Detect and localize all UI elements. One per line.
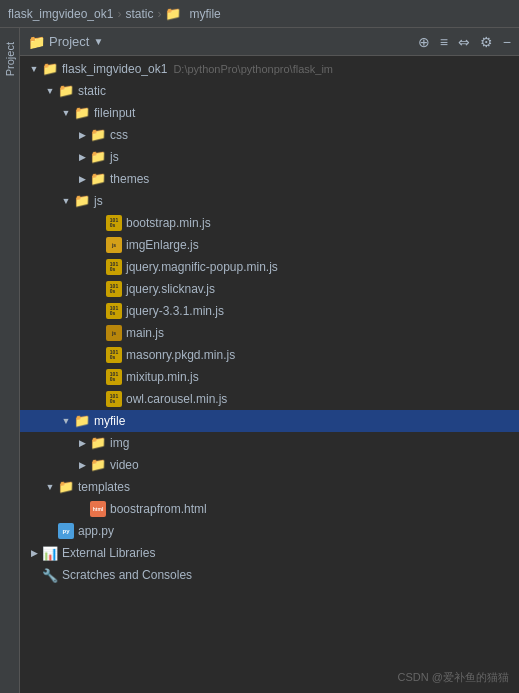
- tree-item-scratches[interactable]: 🔧 Scratches and Consoles: [20, 564, 519, 586]
- tree-item-myfile[interactable]: 📁 myfile: [20, 410, 519, 432]
- label-css: css: [110, 128, 128, 142]
- panel-header-icons: ⊕ ≡ ⇔ ⚙ −: [418, 34, 511, 50]
- tree-item-flask-root[interactable]: 📁 flask_imgvideo_ok1 D:\pythonPro\python…: [20, 58, 519, 80]
- arrow-themes: [76, 173, 88, 185]
- label-masonry: masonry.pkgd.min.js: [126, 348, 235, 362]
- watermark: CSDN @爱补鱼的猫猫: [398, 670, 509, 685]
- watermark-text: CSDN @爱补鱼的猫猫: [398, 671, 509, 683]
- scratches-icon: 🔧: [42, 568, 58, 583]
- arrow-video: [76, 459, 88, 471]
- panel-chevron[interactable]: ▼: [93, 36, 103, 47]
- tree-item-templates[interactable]: 📁 templates: [20, 476, 519, 498]
- arrow-css: [76, 129, 88, 141]
- breadcrumb-static[interactable]: static: [125, 7, 153, 21]
- label-scratches: Scratches and Consoles: [62, 568, 192, 582]
- label-imgenlarge: imgEnlarge.js: [126, 238, 199, 252]
- tree-item-masonry[interactable]: 1010s masonry.pkgd.min.js: [20, 344, 519, 366]
- folder-icon-js-sub: 📁: [90, 149, 106, 165]
- label-main-js: main.js: [126, 326, 164, 340]
- tree-item-video[interactable]: 📁 video: [20, 454, 519, 476]
- label-js-main: js: [94, 194, 103, 208]
- tree-item-owl-carousel[interactable]: 1010s owl.carousel.min.js: [20, 388, 519, 410]
- project-side-label[interactable]: Project: [2, 36, 18, 82]
- label-bootstrap-min: bootstrap.min.js: [126, 216, 211, 230]
- label-fileinput: fileinput: [94, 106, 135, 120]
- main-layout: Project 📁 Project ▼ ⊕ ≡ ⇔ ⚙ − 📁: [0, 28, 519, 693]
- js-icon-bootstrap-min: 1010s: [106, 215, 122, 231]
- tree-item-js-main[interactable]: 📁 js: [20, 190, 519, 212]
- tree-item-jquery-magnific[interactable]: 1010s jquery.magnific-popup.min.js: [20, 256, 519, 278]
- panel-header: 📁 Project ▼ ⊕ ≡ ⇔ ⚙ −: [20, 28, 519, 56]
- label-static: static: [78, 84, 106, 98]
- breadcrumb-sep2: ›: [157, 7, 161, 21]
- js-icon-jquery-magnific: 1010s: [106, 259, 122, 275]
- label-jquery-slicknav: jquery.slicknav.js: [126, 282, 215, 296]
- tree-item-js-sub[interactable]: 📁 js: [20, 146, 519, 168]
- js-icon-owl-carousel: 1010s: [106, 391, 122, 407]
- label-jquery-magnific: jquery.magnific-popup.min.js: [126, 260, 278, 274]
- tree-item-themes[interactable]: 📁 themes: [20, 168, 519, 190]
- arrow-img: [76, 437, 88, 449]
- expand-icon[interactable]: ⇔: [458, 34, 470, 50]
- tree-item-ext-lib[interactable]: 📊 External Libraries: [20, 542, 519, 564]
- folder-icon-js-main: 📁: [74, 193, 90, 209]
- folder-icon-video: 📁: [90, 457, 106, 473]
- arrow-js-main: [60, 195, 72, 207]
- tree-item-boostrapfrom[interactable]: html boostrapfrom.html: [20, 498, 519, 520]
- tree-item-img[interactable]: 📁 img: [20, 432, 519, 454]
- tree-item-static[interactable]: 📁 static: [20, 80, 519, 102]
- tree-item-mixitup[interactable]: 1010s mixitup.min.js: [20, 366, 519, 388]
- tree-item-css[interactable]: 📁 css: [20, 124, 519, 146]
- js-icon-main-js: js: [106, 325, 122, 341]
- html-icon-boostrapfrom: html: [90, 501, 106, 517]
- tree-item-fileinput[interactable]: 📁 fileinput: [20, 102, 519, 124]
- arrow-flask-root: [28, 63, 40, 75]
- breadcrumb-folder-icon: 📁: [165, 6, 181, 22]
- folder-icon-fileinput: 📁: [74, 105, 90, 121]
- folder-icon-templates: 📁: [58, 479, 74, 495]
- folder-icon-flask-root: 📁: [42, 61, 58, 77]
- tree-item-main-js[interactable]: js main.js: [20, 322, 519, 344]
- settings-icon[interactable]: ⚙: [480, 34, 493, 50]
- panel-title: Project: [49, 34, 89, 49]
- tree-item-jquery-slicknav[interactable]: 1010s jquery.slicknav.js: [20, 278, 519, 300]
- folder-icon-img: 📁: [90, 435, 106, 451]
- project-panel: 📁 Project ▼ ⊕ ≡ ⇔ ⚙ − 📁 flask_imgvideo_o…: [20, 28, 519, 693]
- label-mixitup: mixitup.min.js: [126, 370, 199, 384]
- side-tab: Project: [0, 28, 20, 693]
- arrow-ext-lib: [28, 547, 40, 559]
- label-flask-root: flask_imgvideo_ok1: [62, 62, 167, 76]
- label-js-sub: js: [110, 150, 119, 164]
- minimize-icon[interactable]: −: [503, 34, 511, 50]
- arrow-myfile: [60, 415, 72, 427]
- js-icon-jquery-331: 1010s: [106, 303, 122, 319]
- tree-item-imgenlarge[interactable]: js imgEnlarge.js: [20, 234, 519, 256]
- folder-icon-css: 📁: [90, 127, 106, 143]
- file-tree: 📁 flask_imgvideo_ok1 D:\pythonPro\python…: [20, 56, 519, 588]
- label-myfile: myfile: [94, 414, 125, 428]
- label-boostrapfrom: boostrapfrom.html: [110, 502, 207, 516]
- label-video: video: [110, 458, 139, 472]
- panel-header-left: 📁 Project ▼: [28, 34, 103, 50]
- arrow-js-sub: [76, 151, 88, 163]
- ext-lib-icon: 📊: [42, 546, 58, 561]
- tree-item-bootstrap-min[interactable]: 1010s bootstrap.min.js: [20, 212, 519, 234]
- label-jquery-331: jquery-3.3.1.min.js: [126, 304, 224, 318]
- label-img: img: [110, 436, 129, 450]
- locate-icon[interactable]: ⊕: [418, 34, 430, 50]
- arrow-static: [44, 85, 56, 97]
- breadcrumb-project[interactable]: flask_imgvideo_ok1: [8, 7, 113, 21]
- js-icon-jquery-slicknav: 1010s: [106, 281, 122, 297]
- breadcrumb-bar: flask_imgvideo_ok1 › static › 📁 myfile: [0, 0, 519, 28]
- label-ext-lib: External Libraries: [62, 546, 155, 560]
- panel-folder-icon: 📁: [28, 34, 45, 50]
- breadcrumb-myfile[interactable]: myfile: [189, 7, 220, 21]
- tree-item-app-py[interactable]: py app.py: [20, 520, 519, 542]
- tree-item-jquery-331[interactable]: 1010s jquery-3.3.1.min.js: [20, 300, 519, 322]
- label-owl-carousel: owl.carousel.min.js: [126, 392, 227, 406]
- scroll-icon[interactable]: ≡: [440, 34, 448, 50]
- label-templates: templates: [78, 480, 130, 494]
- breadcrumb-sep1: ›: [117, 7, 121, 21]
- folder-icon-myfile: 📁: [74, 413, 90, 429]
- js-icon-mixitup: 1010s: [106, 369, 122, 385]
